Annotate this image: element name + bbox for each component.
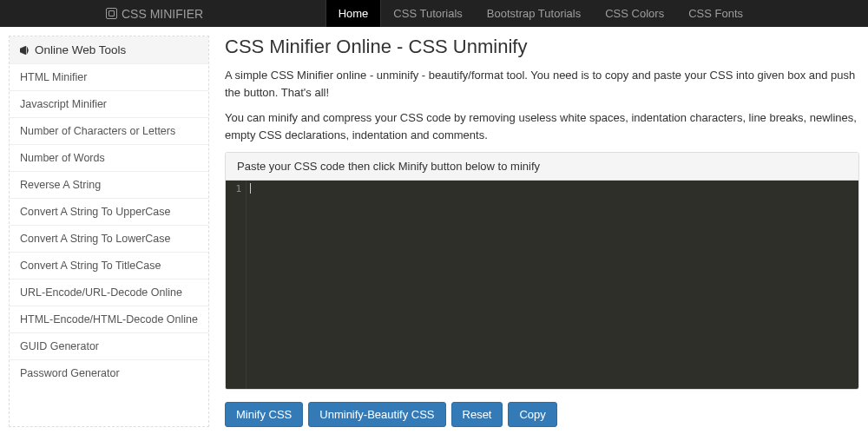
minify-button[interactable]: Minify CSS — [225, 402, 303, 427]
sidebar-item-lowercase[interactable]: Convert A String To LowerCase — [10, 226, 208, 253]
description-1: A simple CSS Minifier online - unminify … — [225, 67, 859, 101]
brand-icon — [106, 8, 117, 19]
sidebar-item-guid[interactable]: GUID Generator — [10, 333, 208, 360]
copy-button[interactable]: Copy — [508, 402, 556, 427]
nav-bootstrap-tutorials[interactable]: Bootstrap Tutorials — [475, 0, 593, 27]
sidebar-item-url-encode[interactable]: URL-Encode/URL-Decode Online — [10, 279, 208, 306]
reset-button[interactable]: Reset — [451, 402, 503, 427]
line-gutter: 1 — [226, 181, 247, 389]
nav: Home CSS Tutorials Bootstrap Tutorials C… — [326, 0, 755, 27]
brand-text: CSS MINIFIER — [122, 7, 203, 21]
panel-heading: Paste your CSS code then click Minify bu… — [226, 153, 858, 181]
sidebar-item-character-count[interactable]: Number of Characters or Letters — [10, 118, 208, 145]
button-row: Minify CSS Unminify-Beautify CSS Reset C… — [225, 402, 859, 427]
sidebar-item-html-minifier[interactable]: HTML Minifier — [10, 64, 208, 91]
main: CSS Minifier Online - CSS Unminify A sim… — [225, 36, 859, 427]
navbar: CSS MINIFIER Home CSS Tutorials Bootstra… — [0, 0, 868, 27]
sidebar-item-titlecase[interactable]: Convert A String To TitleCase — [10, 253, 208, 279]
cursor — [250, 183, 251, 194]
unminify-button[interactable]: Unminify-Beautify CSS — [308, 402, 445, 427]
sidebar-item-word-count[interactable]: Number of Words — [10, 145, 208, 172]
nav-css-colors[interactable]: CSS Colors — [593, 0, 676, 27]
sidebar-item-html-encode[interactable]: HTML-Encode/HTML-Decode Online — [10, 306, 208, 333]
sidebar: Online Web Tools HTML Minifier Javascrip… — [9, 36, 209, 427]
sidebar-item-uppercase[interactable]: Convert A String To UpperCase — [10, 199, 208, 226]
line-number: 1 — [226, 183, 241, 194]
bullhorn-icon — [20, 46, 30, 55]
code-area[interactable] — [247, 181, 858, 389]
container: Online Web Tools HTML Minifier Javascrip… — [0, 27, 868, 427]
page-title: CSS Minifier Online - CSS Unminify — [225, 36, 859, 58]
nav-css-fonts[interactable]: CSS Fonts — [676, 0, 755, 27]
nav-home[interactable]: Home — [326, 0, 382, 27]
code-editor[interactable]: 1 — [226, 181, 858, 389]
sidebar-header-text: Online Web Tools — [35, 43, 126, 56]
sidebar-item-password[interactable]: Password Generator — [10, 360, 208, 386]
sidebar-item-reverse-string[interactable]: Reverse A String — [10, 172, 208, 199]
brand[interactable]: CSS MINIFIER — [106, 7, 203, 21]
editor-panel: Paste your CSS code then click Minify bu… — [225, 152, 859, 390]
description-2: You can minify and compress your CSS cod… — [225, 109, 859, 143]
sidebar-header: Online Web Tools — [10, 36, 208, 64]
sidebar-item-javascript-minifier[interactable]: Javascript Minifier — [10, 91, 208, 118]
nav-css-tutorials[interactable]: CSS Tutorials — [381, 0, 474, 27]
